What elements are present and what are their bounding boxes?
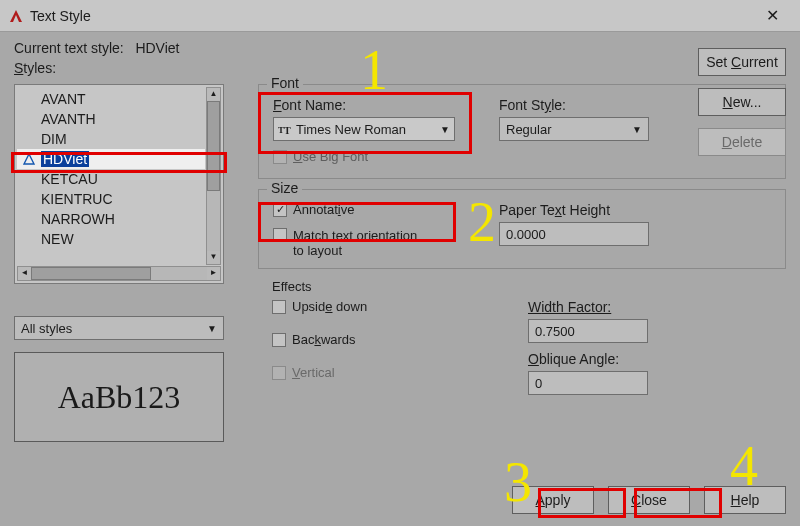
effects-group: Effects Upside down Backwards Vertical — [258, 279, 786, 407]
style-item-hdviet[interactable]: HDViet — [17, 149, 205, 169]
oblique-angle-label: Oblique Angle: — [528, 351, 619, 367]
annotative-icon — [23, 153, 35, 165]
new-button[interactable]: New... — [698, 88, 786, 116]
scroll-right-icon[interactable]: ► — [207, 267, 220, 280]
style-filter-value: All styles — [21, 321, 72, 336]
checkbox-icon — [272, 300, 286, 314]
delete-button: Delete — [698, 128, 786, 156]
width-factor-value: 0.7500 — [535, 324, 575, 339]
svg-marker-1 — [24, 154, 34, 164]
annotative-label: Annotative — [293, 202, 354, 217]
match-orientation-label: Match text orientationto layout — [293, 228, 417, 258]
style-preview-text: AaBb123 — [58, 379, 181, 416]
scroll-thumb-h[interactable] — [31, 267, 151, 280]
text-style-dialog: Text Style ✕ Current text style: HDViet … — [0, 0, 800, 526]
chevron-down-icon: ▼ — [632, 124, 642, 135]
checkbox-icon — [272, 333, 286, 347]
font-style-value: Regular — [506, 122, 552, 137]
scroll-up-icon[interactable]: ▲ — [207, 88, 220, 101]
paper-text-height-value: 0.0000 — [506, 227, 546, 242]
style-item-avanth[interactable]: AVANTH — [17, 109, 205, 129]
scroll-left-icon[interactable]: ◄ — [18, 267, 31, 280]
style-preview: AaBb123 — [14, 352, 224, 442]
font-name-value: Times New Roman — [296, 122, 406, 137]
font-name-dropdown[interactable]: T T Times New Roman ▼ — [273, 117, 455, 141]
scroll-thumb[interactable] — [207, 101, 220, 191]
annotative-checkbox[interactable]: ✓ Annotative — [273, 202, 354, 217]
styles-hscroll[interactable]: ◄ ► — [17, 266, 221, 281]
oblique-angle-input[interactable]: 0 — [528, 371, 648, 395]
styles-listbox[interactable]: AVANT AVANTH DIM HDViet KETCAU KIENTRUC … — [14, 84, 224, 284]
style-item-kientruc[interactable]: KIENTRUC — [17, 189, 205, 209]
width-factor-label: Width Factor: — [528, 299, 611, 315]
paper-text-height-label: Paper Text Height — [499, 202, 610, 218]
size-group-label: Size — [267, 180, 302, 196]
svg-text:T: T — [284, 125, 291, 136]
paper-text-height-input[interactable]: 0.0000 — [499, 222, 649, 246]
font-group-label: Font — [267, 75, 303, 91]
effects-group-label: Effects — [272, 279, 786, 294]
font-style-label: Font Style: — [499, 97, 566, 113]
use-big-font-checkbox: Use Big Font — [273, 149, 368, 164]
vertical-checkbox: Vertical — [272, 365, 367, 380]
match-orientation-checkbox[interactable]: Match text orientationto layout — [273, 228, 473, 258]
size-group: Size ✓ Annotative Match text orientation… — [258, 189, 786, 269]
use-big-font-label: Use Big Font — [293, 149, 368, 164]
vertical-label: Vertical — [292, 365, 335, 380]
styles-vscroll[interactable]: ▲ ▼ — [206, 87, 221, 265]
style-item-avant[interactable]: AVANT — [17, 89, 205, 109]
dialog-title: Text Style — [30, 8, 91, 24]
dialog-body: Current text style: HDViet Styles: AVANT… — [14, 40, 786, 516]
autocad-icon — [8, 8, 24, 24]
styles-label: Styles: — [14, 60, 786, 76]
titlebar: Text Style ✕ — [0, 0, 800, 32]
style-item-ketcau[interactable]: KETCAU — [17, 169, 205, 189]
current-style-value: HDViet — [135, 40, 179, 56]
backwards-label: Backwards — [292, 332, 356, 347]
chevron-down-icon: ▼ — [207, 323, 217, 334]
help-button[interactable]: Help — [704, 486, 786, 514]
style-item-dim[interactable]: DIM — [17, 129, 205, 149]
style-filter-dropdown[interactable]: All styles ▼ — [14, 316, 224, 340]
style-item-new[interactable]: NEW — [17, 229, 205, 249]
checkbox-checked-icon: ✓ — [273, 203, 287, 217]
upside-down-label: Upside down — [292, 299, 367, 314]
backwards-checkbox[interactable]: Backwards — [272, 332, 367, 347]
close-button[interactable]: Close — [608, 486, 690, 514]
bottom-buttons: Apply Close Help — [512, 486, 786, 514]
set-current-button[interactable]: Set Current — [698, 48, 786, 76]
style-item-narrowh[interactable]: NARROWH — [17, 209, 205, 229]
apply-button[interactable]: Apply — [512, 486, 594, 514]
checkbox-icon — [273, 228, 287, 242]
oblique-angle-value: 0 — [535, 376, 542, 391]
width-factor-input[interactable]: 0.7500 — [528, 319, 648, 343]
checkbox-icon — [272, 366, 286, 380]
svg-marker-0 — [10, 10, 22, 22]
scroll-down-icon[interactable]: ▼ — [207, 251, 220, 264]
current-style-label: Current text style: — [14, 40, 124, 56]
checkbox-icon — [273, 150, 287, 164]
current-style-row: Current text style: HDViet — [14, 40, 786, 56]
close-icon[interactable]: ✕ — [752, 0, 792, 32]
font-name-label: Font Name: — [273, 97, 346, 113]
font-style-dropdown[interactable]: Regular ▼ — [499, 117, 649, 141]
side-buttons: Set Current New... Delete — [698, 48, 786, 156]
truetype-icon: T T — [278, 122, 292, 136]
upside-down-checkbox[interactable]: Upside down — [272, 299, 367, 314]
chevron-down-icon: ▼ — [440, 124, 450, 135]
